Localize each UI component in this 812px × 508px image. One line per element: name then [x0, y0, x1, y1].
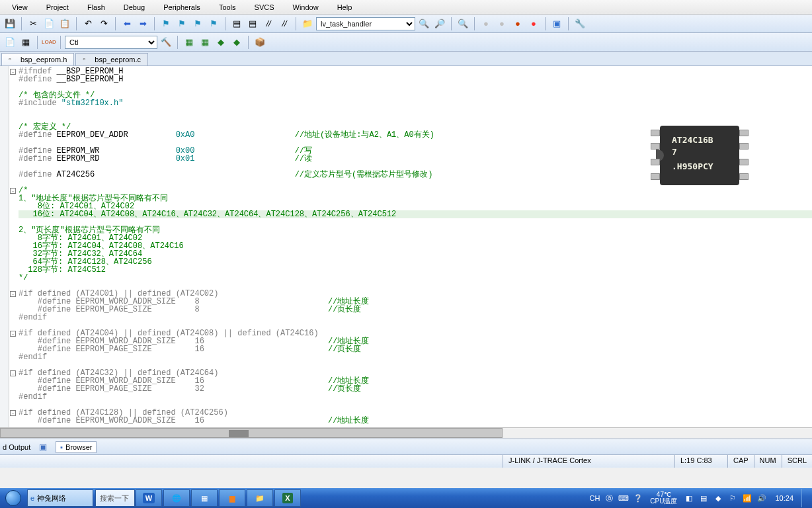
windows-taskbar: e 神兔网络 搜索一下 W 🌐 ▦ ▆ 📁 X CH ⓐ ⌨ ❔ 47℃ CPU…: [0, 488, 812, 508]
chip-revision: 7: [672, 147, 677, 157]
show-desktop-button[interactable]: [801, 489, 807, 507]
nav-fwd-icon[interactable]: ➡: [136, 17, 150, 31]
taskbar-app-orange[interactable]: ▆: [219, 489, 245, 507]
taskbar-search[interactable]: 搜索一下: [95, 489, 135, 507]
bookmark-prev-icon[interactable]: ⚑: [175, 17, 189, 31]
taskbar-app-colors[interactable]: ▦: [191, 489, 218, 507]
ime-label[interactable]: CH: [589, 494, 600, 502]
bookmark-toggle-icon[interactable]: ⚑: [159, 17, 173, 31]
menu-project[interactable]: Project: [37, 2, 78, 13]
indent-icon[interactable]: ▤: [229, 17, 244, 31]
manage4-icon[interactable]: ◆: [229, 35, 244, 50]
menu-tools[interactable]: Tools: [210, 2, 245, 13]
menu-window[interactable]: Window: [284, 2, 328, 13]
menu-debug[interactable]: Debug: [114, 2, 154, 13]
header-file-icon: ▫: [9, 55, 18, 64]
load-icon[interactable]: LOAD: [42, 35, 56, 50]
undo-icon[interactable]: ↶: [81, 17, 95, 31]
taskbar-app-excel[interactable]: X: [274, 489, 301, 507]
breakpoint-insert-icon[interactable]: ●: [479, 17, 493, 31]
window-icon[interactable]: ▣: [549, 17, 564, 31]
excel-icon: X: [282, 493, 292, 503]
breakpoint-kill-icon[interactable]: ●: [526, 17, 541, 31]
build-toolbar: 📄 ▦ LOAD Ctl 🔨 ▦ ▦ ◆ ◆ 📦: [0, 33, 812, 52]
status-cursor-pos: L:19 C:83: [674, 455, 727, 468]
windows-orb-icon: [5, 490, 21, 506]
cpu-temp[interactable]: 47℃ CPU温度: [650, 491, 677, 505]
fold-icon[interactable]: -: [10, 188, 16, 194]
paste-icon[interactable]: 📋: [58, 17, 72, 31]
status-cap: CAP: [727, 455, 754, 468]
breakpoint-enable-icon[interactable]: ●: [495, 17, 509, 31]
code-editor[interactable]: - - - - - - #ifndef __BSP_EEPROM_H #defi…: [0, 66, 812, 427]
keyboard-icon[interactable]: ⌨: [618, 493, 629, 503]
menu-flash[interactable]: Flash: [78, 2, 114, 13]
status-debugger: J-LINK / J-TRACE Cortex: [503, 455, 674, 468]
target-combo[interactable]: Ctl: [65, 36, 157, 49]
manage2-icon[interactable]: ▦: [198, 35, 212, 50]
cut-icon[interactable]: ✂: [26, 17, 40, 31]
menu-help[interactable]: Help: [328, 2, 362, 13]
tray-icon-1[interactable]: ◧: [684, 493, 694, 503]
horizontal-scrollbar[interactable]: [0, 427, 812, 439]
manage3-icon[interactable]: ◆: [214, 35, 228, 50]
copy-icon[interactable]: 📄: [42, 17, 56, 31]
find-combo[interactable]: lv_task_handler: [316, 17, 415, 30]
debug-icon[interactable]: 🔍: [456, 17, 470, 31]
fold-icon[interactable]: -: [10, 291, 16, 297]
taskbar-app-globe[interactable]: 🌐: [163, 489, 190, 507]
save-icon[interactable]: 💾: [3, 17, 17, 31]
nav-back-icon[interactable]: ⬅: [120, 17, 134, 31]
clock[interactable]: 10:24: [775, 494, 793, 502]
bookmark-next-icon[interactable]: ⚑: [190, 17, 205, 31]
fold-icon[interactable]: -: [10, 331, 16, 337]
uncomment-icon[interactable]: //: [277, 17, 292, 31]
bookmark-clear-icon[interactable]: ⚑: [206, 17, 221, 31]
tab-bsp-eeprom-c[interactable]: ▫ bsp_eeprom.c: [75, 53, 148, 65]
wps-icon: W: [143, 493, 155, 503]
manage-icon[interactable]: ▦: [182, 35, 196, 50]
find-icon[interactable]: 🔍: [417, 17, 431, 31]
start-button[interactable]: [0, 488, 26, 508]
menu-view[interactable]: View: [3, 2, 37, 13]
taskbar-app-browser[interactable]: e 神兔网络: [27, 489, 93, 507]
fold-icon[interactable]: -: [10, 69, 16, 75]
folder-icon: 📁: [255, 494, 264, 503]
flag-icon[interactable]: ⚐: [727, 493, 738, 503]
chip-image: AT24C16B 7 .H950PCY: [640, 112, 759, 198]
breakpoint-disable-icon[interactable]: ●: [510, 17, 525, 31]
comment-icon[interactable]: //: [261, 17, 276, 31]
menu-peripherals[interactable]: Peripherals: [154, 2, 210, 13]
network-icon[interactable]: 📶: [742, 493, 752, 503]
build-icon[interactable]: ▦: [19, 35, 33, 50]
status-scrl: SCRL: [782, 455, 812, 468]
taskbar-app-explorer[interactable]: 📁: [247, 489, 273, 507]
help-tray-icon[interactable]: ❔: [633, 493, 643, 503]
output-pin-icon[interactable]: ▣: [36, 440, 50, 454]
browser-tab[interactable]: ▪ Browser: [56, 441, 97, 453]
pack-icon[interactable]: 📦: [253, 35, 267, 50]
ime-icon[interactable]: ⓐ: [604, 493, 614, 503]
editor-gutter: [0, 66, 9, 427]
ie-icon: e: [30, 494, 34, 502]
build-output-tab[interactable]: d Output: [3, 443, 30, 451]
find-folder-icon[interactable]: 📁: [300, 17, 315, 31]
taskbar-app-wps[interactable]: W: [136, 489, 162, 507]
translate-icon[interactable]: 📄: [3, 35, 17, 50]
volume-icon[interactable]: 🔊: [756, 493, 767, 503]
source-file-icon: ▫: [83, 55, 92, 64]
fold-icon[interactable]: -: [10, 410, 16, 416]
find-next-icon[interactable]: 🔎: [432, 17, 447, 31]
chip-part-number: AT24C16B: [672, 135, 713, 145]
menu-svcs[interactable]: SVCS: [245, 2, 284, 13]
options-icon[interactable]: 🔨: [159, 35, 173, 50]
system-tray: CH ⓐ ⌨ ❔ 47℃ CPU温度 ◧ ▤ ◆ ⚐ 📶 🔊 10:24: [589, 489, 812, 507]
config-icon[interactable]: 🔧: [573, 17, 587, 31]
main-toolbar: 💾 ✂ 📄 📋 ↶ ↷ ⬅ ➡ ⚑ ⚑ ⚑ ⚑ ▤ ▤ // // 📁 lv_t…: [0, 15, 812, 33]
fold-icon[interactable]: -: [10, 370, 16, 376]
tab-bsp-eeprom-h[interactable]: ▫ bsp_eeprom.h: [1, 53, 74, 65]
tray-icon-3[interactable]: ◆: [713, 493, 723, 503]
outdent-icon[interactable]: ▤: [245, 17, 260, 31]
tray-icon-2[interactable]: ▤: [698, 493, 709, 503]
redo-icon[interactable]: ↷: [97, 17, 111, 31]
